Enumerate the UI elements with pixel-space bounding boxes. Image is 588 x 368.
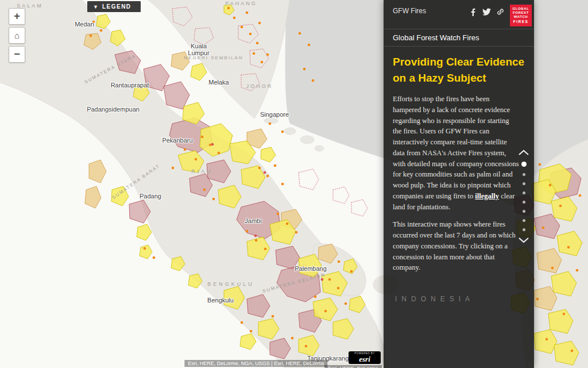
zoom-controls: + ⌂ − (9, 8, 25, 65)
app-title: GFW Fires (393, 5, 426, 15)
logo-line: GLOBAL (513, 7, 529, 11)
map-attribution-2: Esri, HERE, DeLorme (324, 365, 382, 368)
logo-line: WATCH (514, 15, 528, 19)
section-dot-2[interactable] (523, 182, 525, 185)
link-icon[interactable] (496, 7, 505, 16)
section-dot-6[interactable] (523, 219, 525, 222)
section-dot-3[interactable] (523, 191, 525, 194)
section-dot-0[interactable] (521, 162, 527, 167)
home-icon: ⌂ (14, 30, 20, 40)
zoom-in-button[interactable]: + (9, 8, 25, 25)
chevron-down-icon[interactable] (518, 236, 529, 244)
esri-logo: POWERED BY esri (349, 351, 381, 364)
page-title: Providing Clear Evidence on a Hazy Subje… (384, 47, 534, 89)
home-button[interactable]: ⌂ (9, 27, 25, 44)
chevron-up-icon[interactable] (518, 148, 529, 157)
zoom-out-button[interactable]: − (9, 46, 25, 63)
twitter-icon[interactable] (482, 7, 491, 16)
section-dots (521, 162, 527, 231)
gfw-fires-logo[interactable]: GLOBAL FOREST WATCH FIRES (510, 5, 532, 26)
esri-name: esri (359, 355, 370, 363)
legend-label: LEGEND (102, 3, 131, 10)
gfw-fires-app: MedanKuala LumpurMelakaSingaporeRantaupr… (0, 0, 588, 368)
section-dot-4[interactable] (523, 201, 525, 204)
story-paragraph-1: Efforts to stop the fires have been hamp… (384, 89, 534, 214)
logo-line: FIRES (513, 20, 529, 24)
header-actions: GLOBAL FOREST WATCH FIRES (469, 5, 532, 26)
logo-line: FOREST (513, 11, 529, 15)
story-paragraph-2: This interactive map shows where fires o… (384, 214, 534, 275)
panel-nav-title[interactable]: Global Forest Watch Fires (384, 29, 534, 47)
legend-toggle-button[interactable]: ▼ LEGEND (87, 1, 141, 12)
facebook-icon[interactable] (469, 7, 477, 16)
section-dot-7[interactable] (523, 228, 525, 231)
chevron-down-icon: ▼ (93, 4, 98, 10)
panel-header: GFW Fires GLOBAL FOREST WATCH FIRES (384, 0, 534, 29)
illegally-link[interactable]: illegally (475, 192, 499, 200)
section-dot-1[interactable] (523, 173, 525, 176)
map-attribution: Esri, HERE, DeLorme, NGA, USGS | Esri, H… (184, 360, 327, 367)
section-dot-5[interactable] (523, 210, 525, 213)
paragraph-text: Efforts to stop the fires have been hamp… (393, 95, 519, 200)
story-panel: GFW Fires GLOBAL FOREST WATCH FIRES (384, 0, 534, 368)
section-scroll-nav (518, 148, 529, 244)
